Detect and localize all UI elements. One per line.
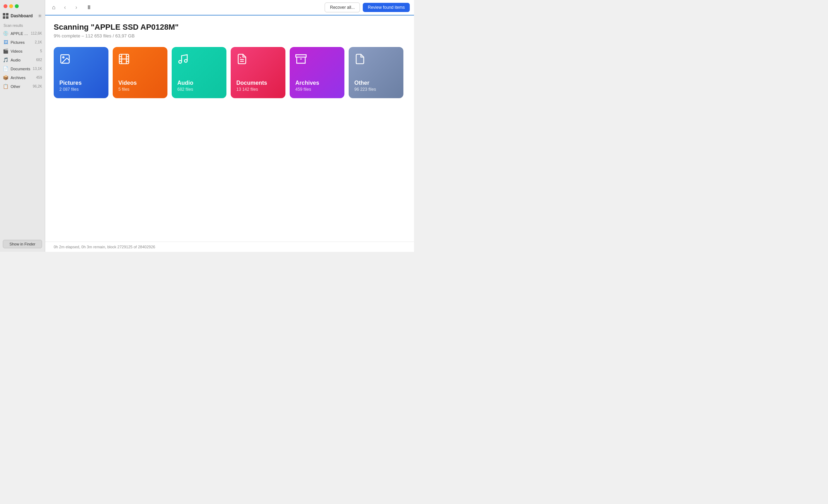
svg-rect-14 [296, 55, 306, 57]
sidebar-item-archives[interactable]: 📦Archives459 [0, 73, 45, 82]
svg-point-1 [63, 57, 64, 58]
other-card-icon [354, 53, 398, 67]
other-card-count: 96 223 files [354, 87, 398, 92]
sidebar-item-count-archives: 459 [36, 76, 42, 79]
sidebar-item-count-videos: 5 [40, 49, 42, 53]
sidebar-item-other[interactable]: 📋Other96,2K [0, 82, 45, 91]
sidebar-item-apple-ssd[interactable]: 💿APPLE SSD AP0...112,6K [0, 29, 45, 38]
sidebar-item-name-videos: Videos [11, 49, 38, 53]
documents-icon: 📄 [3, 66, 8, 71]
pictures-icon: 🖼 [3, 40, 8, 45]
sidebar: Dashboard ✳ Scan results 💿APPLE SSD AP0.… [0, 0, 45, 252]
recover-all-button[interactable]: Recover all... [325, 2, 360, 12]
minimize-button[interactable] [9, 4, 13, 8]
card-videos[interactable]: Videos5 files [113, 47, 167, 98]
dashboard-nav-item[interactable]: Dashboard ✳ [0, 11, 45, 21]
videos-card-name: Videos [118, 80, 162, 86]
apple-ssd-icon: 💿 [3, 31, 8, 36]
sidebar-item-audio[interactable]: 🎵Audio682 [0, 55, 45, 64]
sidebar-item-name-other: Other [11, 84, 31, 89]
sidebar-item-count-documents: 13,1K [33, 67, 42, 71]
sidebar-item-name-archives: Archives [11, 76, 34, 80]
other-icon: 📋 [3, 84, 8, 89]
sidebar-item-videos[interactable]: 🎬Videos5 [0, 47, 45, 55]
toolbar: ⌂ ‹ › ⏸ Recover all... Review found item… [45, 0, 414, 16]
scan-title: Scanning "APPLE SSD AP0128M" [54, 23, 406, 32]
audio-icon: 🎵 [3, 57, 8, 63]
review-found-button[interactable]: Review found items [363, 3, 410, 12]
svg-point-10 [179, 60, 182, 63]
audio-card-name: Audio [177, 80, 221, 86]
documents-card-name: Documents [236, 80, 280, 86]
pictures-card-count: 2 087 files [59, 87, 103, 92]
sidebar-item-count-apple-ssd: 112,6K [31, 31, 42, 35]
traffic-lights [4, 4, 19, 8]
videos-icon: 🎬 [3, 48, 8, 54]
sidebar-footer: Show in Finder [0, 236, 45, 252]
sidebar-item-count-audio: 682 [36, 58, 42, 62]
sidebar-header [0, 0, 45, 11]
pictures-card-name: Pictures [59, 80, 103, 86]
card-other[interactable]: Other96 223 files [349, 47, 403, 98]
status-bar: 0h 2m elapsed, 0h 3m remain, block 27291… [45, 242, 414, 252]
sidebar-item-count-other: 96,2K [33, 84, 42, 88]
svg-point-11 [184, 59, 187, 62]
documents-card-count: 13 142 files [236, 87, 280, 92]
sidebar-item-name-pictures: Pictures [11, 40, 32, 45]
videos-card-count: 5 files [118, 87, 162, 92]
sidebar-item-documents[interactable]: 📄Documents13,1K [0, 64, 45, 73]
spinner-icon: ✳ [38, 13, 42, 19]
card-documents[interactable]: Documents13 142 files [231, 47, 285, 98]
audio-card-icon [177, 53, 221, 67]
videos-card-icon [118, 53, 162, 67]
home-button[interactable]: ⌂ [49, 3, 58, 12]
archives-card-name: Archives [295, 80, 339, 86]
sidebar-item-name-audio: Audio [11, 58, 34, 62]
other-card-name: Other [354, 80, 398, 86]
main-content-area: Scanning "APPLE SSD AP0128M" 9% complete… [45, 16, 414, 242]
dashboard-label: Dashboard [11, 13, 36, 18]
card-archives[interactable]: Archives459 files [290, 47, 344, 98]
pause-button[interactable]: ⏸ [85, 3, 93, 12]
sidebar-items-list: 💿APPLE SSD AP0...112,6K🖼Pictures2,1K🎬Vid… [0, 29, 45, 91]
back-button[interactable]: ‹ [61, 3, 69, 12]
main-content: ⌂ ‹ › ⏸ Recover all... Review found item… [45, 0, 414, 252]
pictures-card-icon [59, 53, 103, 67]
sidebar-item-name-documents: Documents [11, 67, 31, 71]
audio-card-count: 682 files [177, 87, 221, 92]
maximize-button[interactable] [15, 4, 19, 8]
documents-card-icon [236, 53, 280, 67]
archives-icon: 📦 [3, 75, 8, 80]
sidebar-item-count-pictures: 2,1K [35, 40, 42, 44]
archives-card-count: 459 files [295, 87, 339, 92]
show-in-finder-button[interactable]: Show in Finder [3, 240, 42, 248]
sidebar-item-name-apple-ssd: APPLE SSD AP0... [11, 31, 29, 36]
card-pictures[interactable]: Pictures2 087 files [54, 47, 108, 98]
category-cards-grid: Pictures2 087 filesVideos5 filesAudio682… [54, 47, 406, 98]
sidebar-item-pictures[interactable]: 🖼Pictures2,1K [0, 38, 45, 47]
scan-subtitle: 9% complete – 112 653 files / 63,97 GB [54, 33, 406, 38]
dashboard-icon [3, 13, 8, 19]
card-audio[interactable]: Audio682 files [172, 47, 226, 98]
archives-card-icon [295, 53, 339, 67]
close-button[interactable] [4, 4, 7, 8]
status-text: 0h 2m elapsed, 0h 3m remain, block 27291… [54, 245, 155, 249]
scan-results-section-label: Scan results [0, 21, 45, 29]
forward-button[interactable]: › [72, 3, 81, 12]
